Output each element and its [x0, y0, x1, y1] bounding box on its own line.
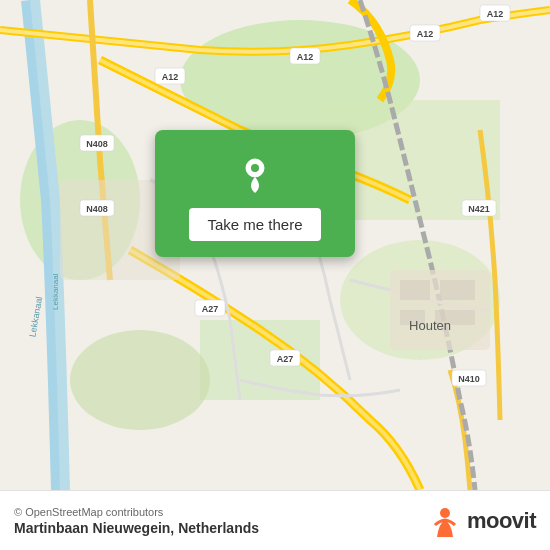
svg-text:N408: N408 — [86, 204, 108, 214]
take-me-there-button[interactable]: Take me there — [189, 208, 320, 241]
svg-text:A12: A12 — [417, 29, 434, 39]
moovit-logo: moovit — [429, 505, 536, 537]
svg-text:A12: A12 — [297, 52, 314, 62]
svg-text:A27: A27 — [277, 354, 294, 364]
moovit-brand-text: moovit — [467, 508, 536, 534]
svg-point-38 — [251, 164, 259, 172]
location-title: Martinbaan Nieuwegein, Netherlands — [14, 520, 259, 536]
location-pin-icon — [233, 150, 277, 194]
svg-point-6 — [70, 330, 210, 430]
svg-text:A12: A12 — [487, 9, 504, 19]
svg-text:N408: N408 — [86, 139, 108, 149]
bottom-bar: © OpenStreetMap contributors Martinbaan … — [0, 490, 550, 550]
moovit-brand-icon — [429, 505, 461, 537]
svg-text:Houten: Houten — [409, 318, 451, 333]
svg-point-39 — [440, 508, 450, 518]
map-container: Lekkanaal — [0, 0, 550, 490]
svg-rect-9 — [400, 280, 430, 300]
svg-text:N421: N421 — [468, 204, 490, 214]
bottom-left-info: © OpenStreetMap contributors Martinbaan … — [14, 506, 259, 536]
svg-text:A27: A27 — [202, 304, 219, 314]
svg-rect-10 — [440, 280, 475, 300]
svg-text:A12: A12 — [162, 72, 179, 82]
svg-text:Lekkanaal: Lekkanaal — [51, 273, 60, 310]
location-card[interactable]: Take me there — [155, 130, 355, 257]
svg-text:N410: N410 — [458, 374, 480, 384]
copyright-text: © OpenStreetMap contributors — [14, 506, 259, 518]
